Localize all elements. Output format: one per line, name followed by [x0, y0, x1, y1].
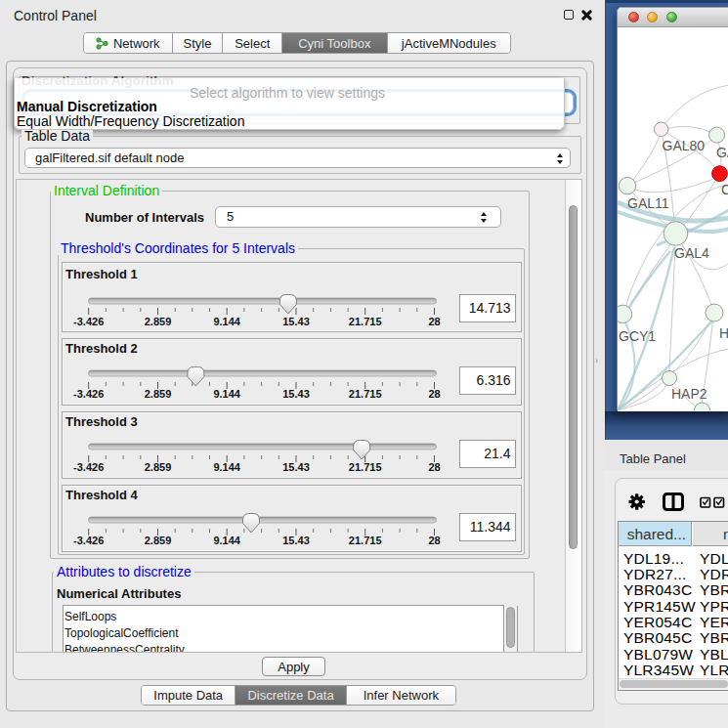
svg-text:9.144: 9.144 [213, 535, 240, 546]
svg-text:H: H [719, 325, 728, 341]
svg-text:21.4: 21.4 [484, 446, 510, 461]
svg-text:21.715: 21.715 [349, 535, 382, 546]
svg-text:GAL4: GAL4 [674, 245, 709, 261]
svg-text:-3.426: -3.426 [73, 535, 104, 546]
svg-text:21.715: 21.715 [349, 388, 382, 400]
svg-text:GAL80: GAL80 [663, 138, 706, 153]
svg-text:HAP2: HAP2 [671, 386, 707, 402]
svg-text:2.859: 2.859 [145, 535, 172, 546]
svg-text:GCY1: GCY1 [619, 328, 656, 344]
svg-text:14.713: 14.713 [469, 300, 511, 316]
svg-text:15.43: 15.43 [282, 535, 310, 546]
svg-text:28: 28 [428, 388, 440, 400]
svg-text:28: 28 [428, 316, 440, 327]
svg-text:2.859: 2.859 [145, 461, 172, 473]
svg-text:21.715: 21.715 [349, 461, 382, 473]
svg-text:9.144: 9.144 [213, 461, 240, 473]
svg-text:15.43: 15.43 [282, 388, 310, 400]
svg-text:2.859: 2.859 [145, 388, 172, 400]
svg-text:Threshold 1: Threshold 1 [65, 267, 138, 281]
svg-text:Threshold 4: Threshold 4 [65, 488, 138, 502]
svg-text:6.316: 6.316 [476, 372, 510, 388]
svg-text:C: C [721, 182, 728, 197]
svg-text:-3.426: -3.426 [73, 388, 104, 400]
svg-text:Threshold 3: Threshold 3 [65, 414, 138, 429]
svg-text:21.715: 21.715 [349, 316, 382, 327]
svg-text:28: 28 [428, 535, 440, 546]
svg-text:9.144: 9.144 [213, 388, 240, 400]
svg-text:GAL11: GAL11 [627, 195, 669, 211]
svg-text:-3.426: -3.426 [73, 316, 104, 327]
svg-text:2.859: 2.859 [145, 316, 172, 327]
svg-text:15.43: 15.43 [282, 316, 310, 327]
svg-text:Threshold 2: Threshold 2 [65, 341, 138, 356]
svg-text:28: 28 [428, 461, 440, 473]
svg-text:-3.426: -3.426 [73, 461, 104, 473]
svg-text:9.144: 9.144 [213, 316, 240, 327]
svg-text:15.43: 15.43 [282, 461, 310, 473]
svg-text:GA: GA [716, 145, 728, 160]
svg-text:11.344: 11.344 [470, 519, 511, 535]
